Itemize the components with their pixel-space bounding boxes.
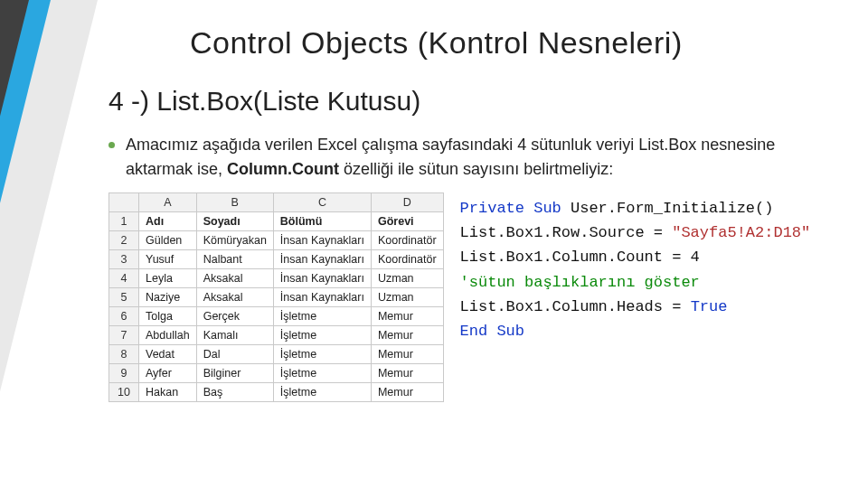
cell: Soyadı — [196, 212, 273, 231]
sheet-corner — [109, 193, 139, 212]
cell: Ayfer — [139, 364, 197, 383]
cell: Kamalı — [196, 326, 273, 345]
code-text: List.Box1.Column.Heads = — [460, 298, 691, 315]
cell: Nalbant — [196, 250, 273, 269]
cell: Memur — [371, 326, 443, 345]
col-head: D — [371, 193, 443, 212]
slide-title: Control Objects (Kontrol Nesneleri) — [190, 25, 850, 61]
col-head: C — [273, 193, 371, 212]
code-line: End Sub — [460, 319, 811, 343]
cell: Dal — [196, 345, 273, 364]
code-text: User.Form_Initialize() — [561, 200, 774, 217]
code-line: Private Sub User.Form_Initialize() — [460, 196, 811, 221]
table-row: 8VedatDalİşletmeMemur — [109, 345, 444, 364]
bullet-text-post: özelliği ile sütun sayısını belirtmeliyi… — [339, 160, 613, 178]
table-row: 3YusufNalbantİnsan KaynaklarıKoordinatör — [109, 250, 444, 269]
excel-sheet: A B C D 1 Adı Soyadı Bölümü Görevi 2Güld… — [108, 192, 444, 402]
row-head: 7 — [109, 326, 139, 345]
sheet-col-header-row: A B C D — [109, 193, 444, 212]
bullet-item: Amacımız aşağıda verilen Excel çalışma s… — [108, 133, 850, 182]
cell: Uzman — [371, 288, 443, 307]
bullet-dot-icon — [108, 142, 115, 148]
cell: Yusuf — [139, 250, 197, 269]
code-keyword: True — [691, 298, 728, 315]
cell: Memur — [371, 383, 443, 402]
cell: Aksakal — [196, 269, 273, 288]
cell: Görevi — [371, 212, 443, 231]
cell: İşletme — [273, 364, 371, 383]
table-row: 9AyferBilginerİşletmeMemur — [109, 364, 444, 383]
cell: İnsan Kaynakları — [273, 231, 371, 250]
lower-row: A B C D 1 Adı Soyadı Bölümü Görevi 2Güld… — [108, 192, 850, 402]
cell: Gerçek — [196, 307, 273, 326]
cell: İşletme — [273, 345, 371, 364]
cell: İnsan Kaynakları — [273, 250, 371, 269]
cell: İnsan Kaynakları — [273, 288, 371, 307]
row-head: 10 — [109, 383, 139, 402]
slide: Control Objects (Kontrol Nesneleri) 4 -)… — [0, 0, 868, 488]
cell: Bölümü — [273, 212, 371, 231]
table-row: 2GüldenKömüryakanİnsan KaynaklarıKoordin… — [109, 231, 444, 250]
code-text: List.Box1.Row.Source = — [460, 224, 673, 241]
cell: Bilginer — [196, 364, 273, 383]
row-head: 6 — [109, 307, 139, 326]
cell: Memur — [371, 307, 443, 326]
code-block: Private Sub User.Form_Initialize() List.… — [460, 192, 811, 343]
row-head: 3 — [109, 250, 139, 269]
code-keyword: End Sub — [460, 323, 524, 340]
cell: Tolga — [139, 307, 197, 326]
code-line: 'sütun başlıklarını göster — [460, 270, 811, 295]
code-line: List.Box1.Row.Source = "Sayfa5!A2:D18" — [460, 221, 811, 245]
cell: İşletme — [273, 307, 371, 326]
code-line: List.Box1.Column.Count = 4 — [460, 245, 811, 269]
cell: İnsan Kaynakları — [273, 269, 371, 288]
cell: Gülden — [139, 231, 197, 250]
table-row: 6TolgaGerçekİşletmeMemur — [109, 307, 444, 326]
row-head: 8 — [109, 345, 139, 364]
code-comment: 'sütun başlıklarını göster — [460, 274, 700, 291]
content-area: Control Objects (Kontrol Nesneleri) 4 -)… — [108, 25, 850, 402]
cell: İşletme — [273, 383, 371, 402]
code-keyword: Private Sub — [460, 200, 561, 217]
code-string: "Sayfa5!A2:D18" — [672, 224, 810, 241]
table-row: 10HakanBaşİşletmeMemur — [109, 383, 444, 402]
cell: Kömüryakan — [196, 231, 273, 250]
cell: Adı — [139, 212, 197, 231]
cell: Abdullah — [139, 326, 197, 345]
row-head: 2 — [109, 231, 139, 250]
bullet-text: Amacımız aşağıda verilen Excel çalışma s… — [126, 133, 813, 182]
slide-subtitle: 4 -) List.Box(Liste Kutusu) — [108, 86, 850, 117]
table-row: 1 Adı Soyadı Bölümü Görevi — [109, 212, 444, 231]
cell: Hakan — [139, 383, 197, 402]
cell: Leyla — [139, 269, 197, 288]
cell: Memur — [371, 345, 443, 364]
table-row: 4LeylaAksakalİnsan KaynaklarıUzman — [109, 269, 444, 288]
bullet-text-bold: Column.Count — [227, 160, 339, 178]
table-row: 5NaziyeAksakalİnsan KaynaklarıUzman — [109, 288, 444, 307]
code-line: List.Box1.Column.Heads = True — [460, 295, 811, 319]
cell: Koordinatör — [371, 231, 443, 250]
cell: Baş — [196, 383, 273, 402]
cell: İşletme — [273, 326, 371, 345]
table-row: 7AbdullahKamalıİşletmeMemur — [109, 326, 444, 345]
cell: Memur — [371, 364, 443, 383]
row-head: 4 — [109, 269, 139, 288]
row-head: 9 — [109, 364, 139, 383]
cell: Uzman — [371, 269, 443, 288]
col-head: B — [196, 193, 273, 212]
cell: Koordinatör — [371, 250, 443, 269]
cell: Aksakal — [196, 288, 273, 307]
row-head: 5 — [109, 288, 139, 307]
col-head: A — [139, 193, 197, 212]
row-head: 1 — [109, 212, 139, 231]
cell: Vedat — [139, 345, 197, 364]
cell: Naziye — [139, 288, 197, 307]
